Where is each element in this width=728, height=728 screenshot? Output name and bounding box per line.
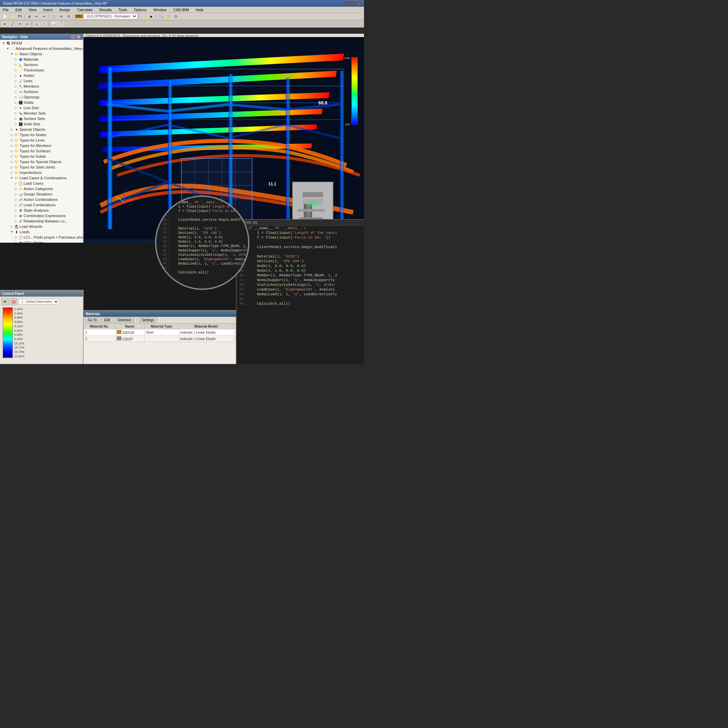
toggle-types-members[interactable]: ▷: [9, 143, 14, 148]
toggle-rfem[interactable]: ▼: [2, 41, 6, 46]
view-3d-btn[interactable]: 🎯: [10, 298, 17, 305]
tree-types-members[interactable]: ▷ 📁 Types for Members: [0, 143, 83, 148]
toggle-imperfections[interactable]: ▷: [9, 170, 14, 175]
tree-action-comb[interactable]: ▷ 🔗 Action Combinations: [0, 197, 83, 202]
toggle-basic[interactable]: ▼: [9, 52, 14, 56]
tree-load-cases[interactable]: ▼ 📁 Load Cases & Combinations: [0, 175, 83, 180]
menu-results[interactable]: Results: [98, 7, 113, 12]
toggle-members[interactable]: ▷: [14, 84, 18, 89]
toggle-thicknesses[interactable]: ▷: [14, 68, 18, 72]
menu-window[interactable]: Window: [152, 7, 168, 12]
toggle-relationship[interactable]: ▷: [14, 219, 18, 223]
tree-relationship[interactable]: ▷ 🔗 Relationship Between Lo...: [0, 219, 83, 224]
menu-calculate[interactable]: Calculate: [76, 7, 94, 12]
tree-lc[interactable]: ▷ 📋 Load Cases: [0, 180, 83, 186]
tree-static-anal[interactable]: ▷ ⚙ Static Analyses: [0, 208, 83, 213]
menu-help[interactable]: Help: [194, 7, 205, 12]
fit-btn[interactable]: ⊡: [173, 14, 179, 20]
tree-types-nodes[interactable]: ▷ 📁 Types for Nodes: [0, 132, 83, 138]
menu-options[interactable]: Options: [133, 7, 148, 12]
tree-members[interactable]: ▷ 🔧 Members: [0, 84, 83, 89]
tree-design-sit[interactable]: ▷ 📊 Design Situations: [0, 191, 83, 197]
tree-root-rfem[interactable]: ▼ 🏗 RFEM: [0, 40, 83, 46]
tree-file[interactable]: ▼ 📄 Advanced Features of Assemblies_View…: [0, 46, 83, 51]
rotate-btn[interactable]: ↺: [66, 14, 72, 20]
tree-lc1[interactable]: ▷ 📋 LC1 - Poids propre + Panneaux photo.: [0, 235, 83, 240]
tree-types-solids[interactable]: ▷ 📁 Types for Solids: [0, 154, 83, 159]
settings-btn[interactable]: Settings: [139, 318, 157, 323]
tree-types-lines[interactable]: ▷ 📁 Types for Lines: [0, 138, 83, 143]
node-btn[interactable]: ●: [2, 21, 8, 27]
toggle-types-special-obj[interactable]: ▷: [9, 159, 14, 164]
toggle-loads[interactable]: ▼: [9, 229, 14, 234]
tree-load-comb[interactable]: ▷ 🔗 Load Combinations: [0, 202, 83, 208]
edit-btn[interactable]: Edit: [101, 318, 113, 323]
toggle-member-sets[interactable]: ▷: [14, 111, 18, 116]
line-btn[interactable]: ╱: [9, 21, 15, 27]
tree-types-steel-joints[interactable]: ▷ 📁 Types for Steel Joints: [0, 164, 83, 170]
close-button[interactable]: ✕: [356, 1, 361, 6]
tree-surfaces[interactable]: ▷ ▭ Surfaces: [0, 89, 83, 94]
toggle-action-cat[interactable]: ▷: [14, 187, 18, 191]
open-btn[interactable]: 📁: [9, 14, 15, 20]
toggle-types-surfaces[interactable]: ▷: [9, 148, 14, 153]
maximize-button[interactable]: □: [350, 1, 355, 6]
tree-sections[interactable]: ▷ 📐 Sections: [0, 62, 83, 67]
toggle-file[interactable]: ▼: [5, 46, 10, 51]
tree-surface-sets[interactable]: ▷ ▦ Surface Sets: [0, 116, 83, 121]
menu-tools[interactable]: Tools: [117, 7, 128, 12]
redo-btn[interactable]: ↪: [41, 14, 47, 20]
tree-action-cat[interactable]: ▷ ⚡ Action Categories: [0, 186, 83, 191]
toggle-load-comb[interactable]: ▷: [14, 203, 18, 207]
toggle-solid-sets[interactable]: ▷: [14, 122, 18, 126]
toggle-load-wizards[interactable]: ▷: [9, 224, 14, 229]
tree-solid-sets[interactable]: ▷ ⬛ Solid Sets: [0, 121, 83, 127]
tree-special-objects[interactable]: ▷ ✦ Special Objects: [0, 127, 83, 132]
new-btn[interactable]: 📄: [2, 14, 8, 20]
toggle-surfaces[interactable]: ▷: [14, 89, 18, 94]
tree-types-special-obj[interactable]: ▷ 📁 Types for Special Objects: [0, 159, 83, 164]
toggle-types-solids[interactable]: ▷: [9, 154, 14, 159]
tree-loads[interactable]: ▼ ⬇ Loads: [0, 229, 83, 235]
toggle-load-cases[interactable]: ▼: [9, 176, 14, 180]
loadcase-select[interactable]: ULS (STR/GEO) - Permanent...: [84, 14, 138, 19]
menu-insert[interactable]: Insert: [42, 7, 54, 12]
select-btn[interactable]: ⬚: [50, 14, 57, 20]
move-btn[interactable]: ✛: [58, 14, 65, 20]
toggle-lc1[interactable]: ▷: [14, 235, 18, 240]
pan-btn[interactable]: ✋: [165, 14, 172, 20]
tree-load-wizards[interactable]: ▷ 🧙 Load Wizards: [0, 224, 83, 229]
load-btn[interactable]: ↓: [41, 21, 47, 27]
view-select[interactable]: 1 - Global Deformations: [18, 299, 59, 304]
print-btn[interactable]: 🖨: [26, 14, 33, 20]
tree-line-sets[interactable]: ▷ ≡ Line Sets: [0, 105, 83, 110]
calc-all-btn[interactable]: ⚡: [141, 14, 147, 20]
undo-btn[interactable]: ↩: [34, 14, 40, 20]
support-btn[interactable]: ⊥: [34, 21, 40, 27]
minimize-button[interactable]: ─: [344, 1, 349, 6]
toggle-types-nodes[interactable]: ▷: [9, 133, 14, 137]
tree-thicknesses[interactable]: ▷ 📄 Thicknesses: [0, 67, 83, 73]
tree-openings[interactable]: ▷ ⬜ Openings: [0, 94, 83, 100]
toggle-design-sit[interactable]: ▷: [14, 192, 18, 196]
toggle-types-steel-joints[interactable]: ▷: [9, 165, 14, 170]
toggle-comb-expr[interactable]: ▷: [14, 213, 18, 218]
toggle-line-sets[interactable]: ▷: [14, 106, 18, 110]
toggle-materials[interactable]: ▷: [14, 57, 18, 62]
member-btn[interactable]: ━: [16, 21, 23, 27]
toggle-openings[interactable]: ▷: [14, 95, 18, 99]
results-btn[interactable]: 📊: [50, 21, 57, 27]
toggle-action-comb[interactable]: ▷: [14, 197, 18, 202]
tree-member-sets[interactable]: ▷ 🔩 Member Sets: [0, 110, 83, 116]
menu-file[interactable]: File: [2, 7, 10, 12]
toggle-static-anal[interactable]: ▷: [14, 208, 18, 213]
toggle-surface-sets[interactable]: ▷: [14, 116, 18, 121]
tree-imperfections[interactable]: ▷ 📁 Imperfections: [0, 170, 83, 175]
menu-cad-bim[interactable]: CAD-BIM: [172, 7, 190, 12]
code-content[interactable]: 30 if __name__ == '__main__': 31 l = flo…: [237, 226, 364, 364]
toggle-lines[interactable]: ▷: [14, 78, 18, 83]
toggle-lc[interactable]: ▷: [14, 181, 18, 186]
deform-btn[interactable]: ⌒: [58, 21, 65, 27]
menu-edit[interactable]: Edit: [14, 7, 23, 12]
tree-nodes[interactable]: ▷ ● Nodes: [0, 73, 83, 78]
